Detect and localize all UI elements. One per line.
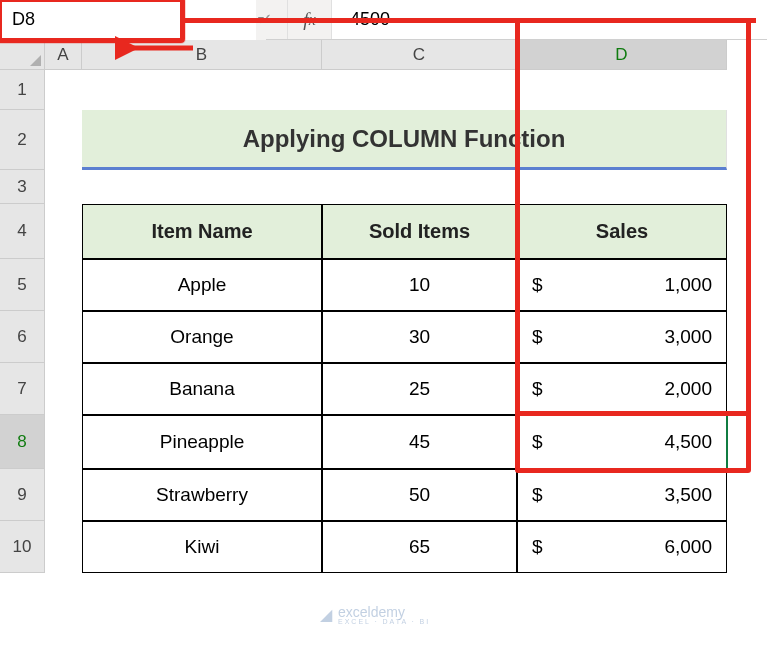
cell-c7[interactable]: 25 bbox=[322, 363, 517, 415]
currency-symbol: $ bbox=[532, 274, 543, 296]
cell-b9[interactable]: Strawberry bbox=[82, 469, 322, 521]
currency-symbol: $ bbox=[532, 431, 543, 453]
row-header-10[interactable]: 10 bbox=[0, 521, 45, 573]
name-box-dropdown-icon[interactable]: ▼ bbox=[256, 0, 266, 40]
cell-b5[interactable]: Apple bbox=[82, 259, 322, 311]
cell-c10[interactable]: 65 bbox=[322, 521, 517, 573]
cell-d5[interactable]: $1,000 bbox=[517, 259, 727, 311]
cell-d10[interactable]: $6,000 bbox=[517, 521, 727, 573]
sales-value: 3,500 bbox=[664, 484, 712, 506]
currency-symbol: $ bbox=[532, 378, 543, 400]
column-headers: A B C D bbox=[45, 40, 727, 70]
watermark: ◢ exceldemy EXCEL · DATA · BI bbox=[320, 604, 430, 625]
sales-value: 2,000 bbox=[664, 378, 712, 400]
currency-symbol: $ bbox=[532, 484, 543, 506]
cell-b6[interactable]: Orange bbox=[82, 311, 322, 363]
col-header-c[interactable]: C bbox=[322, 40, 517, 70]
row-header-5[interactable]: 5 bbox=[0, 259, 45, 311]
currency-symbol: $ bbox=[532, 326, 543, 348]
header-sold[interactable]: Sold Items bbox=[322, 204, 517, 259]
name-box-input[interactable] bbox=[0, 0, 256, 40]
cell-d8[interactable]: $4,500 bbox=[517, 415, 727, 469]
sales-value: 4,500 bbox=[664, 431, 712, 453]
row-header-8[interactable]: 8 bbox=[0, 415, 45, 469]
sales-value: 3,000 bbox=[664, 326, 712, 348]
row-header-1[interactable]: 1 bbox=[0, 70, 45, 110]
header-sales[interactable]: Sales bbox=[517, 204, 727, 259]
cell-b7[interactable]: Banana bbox=[82, 363, 322, 415]
fx-icon[interactable]: fx bbox=[288, 0, 332, 39]
currency-symbol: $ bbox=[532, 536, 543, 558]
title-text: Applying COLUMN Function bbox=[243, 125, 566, 153]
sales-value: 1,000 bbox=[664, 274, 712, 296]
cell-d6[interactable]: $3,000 bbox=[517, 311, 727, 363]
cell-b10[interactable]: Kiwi bbox=[82, 521, 322, 573]
watermark-brand: exceldemy bbox=[338, 604, 405, 620]
col-header-b[interactable]: B bbox=[82, 40, 322, 70]
watermark-sub: EXCEL · DATA · BI bbox=[338, 618, 430, 625]
sales-value: 6,000 bbox=[664, 536, 712, 558]
cell-d9[interactable]: $3,500 bbox=[517, 469, 727, 521]
name-box-container: ▼ bbox=[0, 0, 180, 40]
row-header-7[interactable]: 7 bbox=[0, 363, 45, 415]
select-all-corner[interactable] bbox=[0, 40, 45, 70]
row-header-4[interactable]: 4 bbox=[0, 204, 45, 259]
formula-bar: ▼ ⋮ ✕ ✓ fx bbox=[0, 0, 767, 40]
row-headers: 1 2 3 4 5 6 7 8 9 10 bbox=[0, 70, 45, 573]
row-header-6[interactable]: 6 bbox=[0, 311, 45, 363]
col-header-a[interactable]: A bbox=[45, 40, 82, 70]
cell-c8[interactable]: 45 bbox=[322, 415, 517, 469]
cell-c6[interactable]: 30 bbox=[322, 311, 517, 363]
cell-c9[interactable]: 50 bbox=[322, 469, 517, 521]
row-header-3[interactable]: 3 bbox=[0, 170, 45, 204]
header-item[interactable]: Item Name bbox=[82, 204, 322, 259]
cell-d7[interactable]: $2,000 bbox=[517, 363, 727, 415]
cell-c5[interactable]: 10 bbox=[322, 259, 517, 311]
watermark-icon: ◢ bbox=[320, 605, 332, 624]
title-cell[interactable]: Applying COLUMN Function bbox=[82, 110, 727, 170]
cells-area: Applying COLUMN Function Item Name Sold … bbox=[45, 70, 727, 573]
row-header-9[interactable]: 9 bbox=[0, 469, 45, 521]
col-header-d[interactable]: D bbox=[517, 40, 727, 70]
row-header-2[interactable]: 2 bbox=[0, 110, 45, 170]
formula-input[interactable] bbox=[332, 0, 767, 39]
cell-b8[interactable]: Pineapple bbox=[82, 415, 322, 469]
